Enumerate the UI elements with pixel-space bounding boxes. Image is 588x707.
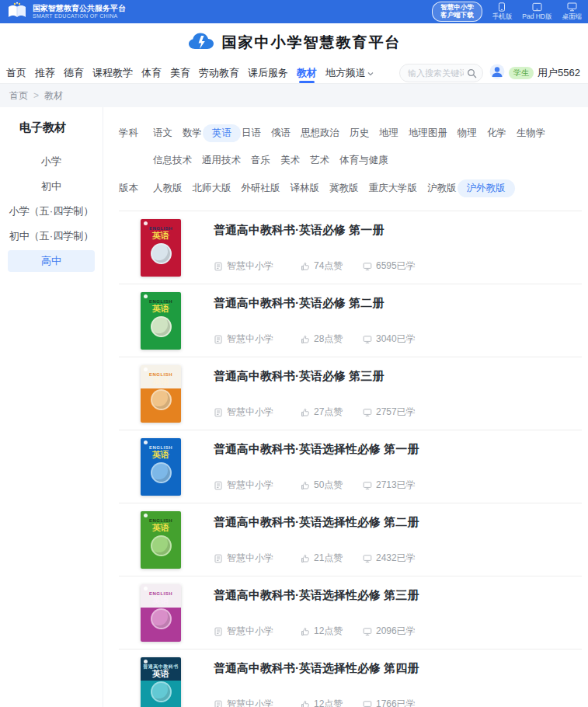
nav-item-美育[interactable]: 美育: [170, 62, 190, 83]
book-publisher-text: 智慧中小学: [227, 625, 273, 638]
nav-item-课后服务[interactable]: 课后服务: [248, 62, 288, 83]
topbar-link-0[interactable]: 手机版: [492, 2, 513, 22]
role-badge: 学生: [509, 67, 534, 79]
subject-pill-音乐[interactable]: 音乐: [251, 152, 270, 169]
nav-item-体育[interactable]: 体育: [141, 62, 162, 83]
subject-pill-通用技术[interactable]: 通用技术: [202, 152, 241, 169]
book-title[interactable]: 普通高中教科书·英语必修 第三册: [214, 369, 579, 384]
subject-pill-日语[interactable]: 日语: [242, 124, 261, 142]
user-box[interactable]: 学生 用户5562: [489, 64, 580, 82]
thumbs-up-icon: [301, 335, 310, 344]
subject-pill-信息技术[interactable]: 信息技术: [153, 152, 192, 169]
book-learned: 1766已学: [363, 698, 416, 707]
book-likes-text: 74点赞: [314, 259, 343, 273]
subject-pill-艺术[interactable]: 艺术: [310, 152, 329, 169]
book-meta: 智慧中小学27点赞2757已学: [214, 406, 579, 423]
cover-logo-dot: [144, 294, 148, 298]
subject-pill-化学[interactable]: 化学: [487, 124, 506, 142]
subject-pill-地理图册[interactable]: 地理图册: [409, 124, 447, 142]
nav-item-地方频道[interactable]: 地方频道: [325, 62, 374, 83]
platform-logo[interactable]: 国家智慧教育公共服务平台 SMART EDUCATION OF CHINA: [6, 2, 126, 22]
subject-pill-物理[interactable]: 物理: [458, 124, 477, 142]
book-info: 普通高中教科书·英语必修 第一册智慧中小学74点赞6595已学: [214, 219, 579, 277]
client-download-button[interactable]: 智慧中小学 客户端下载: [432, 2, 482, 22]
book-item-2[interactable]: ENGLISH英语普通高中教科书·英语必修 第三册智慧中小学27点赞2757已学: [119, 357, 582, 430]
subject-pill-英语[interactable]: 英语: [203, 124, 241, 142]
subject-pill-历史[interactable]: 历史: [350, 124, 369, 142]
book-cover: ENGLISH英语: [141, 219, 181, 277]
subject-pill-语文[interactable]: 语文: [153, 124, 172, 142]
nav-item-label: 体育: [141, 62, 162, 83]
book-likes: 12点赞: [301, 625, 363, 638]
book-cover: ENGLISH英语: [141, 511, 181, 569]
book-title[interactable]: 普通高中教科书·英语选择性必修 第一册: [214, 442, 579, 457]
version-pill-沪教版[interactable]: 沪教版: [427, 179, 457, 197]
sidebar-items: 小学初中小学（五·四学制）初中（五·四学制）高中: [0, 151, 103, 272]
version-pill-冀教版[interactable]: 冀教版: [329, 179, 359, 197]
user-name[interactable]: 用户5562: [538, 66, 580, 80]
sidebar-item-高中[interactable]: 高中: [8, 250, 95, 272]
subject-pill-思想政治[interactable]: 思想政治: [301, 124, 339, 142]
version-filter-row: 版本 人教版北师大版外研社版译林版冀教版重庆大学版沪教版沪外教版: [119, 179, 582, 197]
nav-item-首页[interactable]: 首页: [6, 62, 26, 83]
nav-item-教材[interactable]: 教材: [297, 62, 317, 83]
thumbs-up-icon: [301, 481, 310, 490]
book-item-6[interactable]: 普通高中教科书英语普通高中教科书·英语选择性必修 第四册智慧中小学12点赞176…: [119, 649, 582, 707]
cover-logo-dot: [144, 587, 148, 590]
book-item-5[interactable]: ENGLISH英语普通高中教科书·英语选择性必修 第三册智慧中小学12点赞209…: [119, 576, 582, 649]
book-title[interactable]: 普通高中教科书·英语选择性必修 第二册: [214, 515, 579, 530]
subject-pill-数学[interactable]: 数学: [183, 124, 202, 142]
subject-pill-生物学[interactable]: 生物学: [517, 124, 546, 142]
version-pill-人教版[interactable]: 人教版: [153, 179, 183, 197]
cover-logo-dot: [144, 660, 148, 663]
monitor-icon: [363, 408, 372, 417]
book-cover: ENGLISH英语: [141, 365, 181, 423]
version-pill-重庆大学版[interactable]: 重庆大学版: [369, 179, 418, 197]
nav-item-德育[interactable]: 德育: [64, 62, 84, 83]
sidebar-item-初中[interactable]: 初中: [8, 176, 95, 197]
nav-item-劳动教育[interactable]: 劳动教育: [199, 62, 239, 83]
sidebar-item-小学（五·四学制）[interactable]: 小学（五·四学制）: [8, 200, 95, 222]
book-item-4[interactable]: ENGLISH英语普通高中教科书·英语选择性必修 第二册智慧中小学21点赞243…: [119, 503, 582, 576]
avatar-icon[interactable]: [489, 64, 505, 82]
version-pills: 人教版北师大版外研社版译林版冀教版重庆大学版沪教版沪外教版: [153, 179, 582, 197]
nav-item-label: 课后服务: [248, 62, 288, 83]
book-learned-text: 3040已学: [376, 333, 416, 346]
book-publisher: 智慧中小学: [214, 259, 301, 273]
subject-pill-俄语[interactable]: 俄语: [271, 124, 291, 142]
book-publisher: 智慧中小学: [214, 625, 301, 638]
book-title[interactable]: 普通高中教科书·英语必修 第二册: [214, 296, 579, 311]
book-item-0[interactable]: ENGLISH英语普通高中教科书·英语必修 第一册智慧中小学74点赞6595已学: [119, 211, 582, 284]
doc-icon: [214, 481, 223, 490]
book-publisher: 智慧中小学: [214, 552, 301, 565]
cover-globe-art: [151, 608, 172, 629]
sidebar-title: 电子教材: [19, 120, 103, 135]
book-item-3[interactable]: ENGLISH英语普通高中教科书·英语选择性必修 第一册智慧中小学50点赞271…: [119, 430, 582, 503]
book-title[interactable]: 普通高中教科书·英语选择性必修 第三册: [214, 588, 579, 603]
nav-item-课程教学[interactable]: 课程教学: [92, 62, 133, 83]
subject-pill-美术[interactable]: 美术: [280, 152, 300, 169]
version-pill-译林版[interactable]: 译林版: [291, 179, 320, 197]
book-item-1[interactable]: ENGLISH英语普通高中教科书·英语必修 第二册智慧中小学28点赞3040已学: [119, 284, 582, 357]
sidebar-item-小学[interactable]: 小学: [8, 151, 95, 172]
version-pill-沪外教版[interactable]: 沪外教版: [458, 179, 515, 197]
version-pill-北师大版[interactable]: 北师大版: [193, 179, 231, 197]
book-title[interactable]: 普通高中教科书·英语必修 第一册: [214, 223, 579, 238]
version-pill-外研社版[interactable]: 外研社版: [242, 179, 280, 197]
nav-item-推荐[interactable]: 推荐: [35, 62, 55, 83]
client-download-line2: 客户端下载: [440, 12, 474, 19]
subject-pill-体育与健康[interactable]: 体育与健康: [339, 152, 388, 169]
topbar-link-1[interactable]: Pad HD版: [522, 2, 551, 22]
book-meta: 智慧中小学12点赞2096已学: [214, 625, 579, 642]
book-learned: 6595已学: [363, 259, 416, 273]
book-likes: 12点赞: [301, 698, 363, 707]
cover-subject-label: 英语: [152, 523, 169, 533]
breadcrumb-home[interactable]: 首页: [9, 89, 28, 103]
subject-pill-地理[interactable]: 地理: [379, 124, 398, 142]
book-info: 普通高中教科书·英语选择性必修 第四册智慧中小学12点赞1766已学: [214, 657, 579, 707]
topbar-link-2[interactable]: 桌面端: [562, 2, 583, 22]
book-title[interactable]: 普通高中教科书·英语选择性必修 第四册: [214, 661, 579, 676]
search-icon[interactable]: [467, 68, 477, 82]
doc-icon: [214, 408, 223, 417]
sidebar-item-初中（五·四学制）[interactable]: 初中（五·四学制）: [8, 225, 95, 247]
